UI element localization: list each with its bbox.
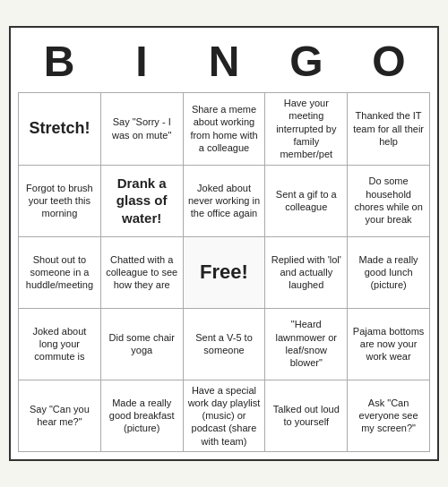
bingo-cell-0[interactable]: Stretch! [19,93,101,165]
bingo-cell-24[interactable]: Ask "Can everyone see my screen?" [348,380,430,452]
bingo-card: BINGO Stretch!Say "Sorry - I was on mute… [9,26,439,461]
bingo-cell-4[interactable]: Thanked the IT team for all their help [348,93,430,165]
bingo-cell-14[interactable]: Made a really good lunch (picture) [348,237,430,309]
bingo-cell-6[interactable]: Drank a glass of water! [101,166,184,237]
bingo-letter-i: I [106,40,177,83]
bingo-cell-8[interactable]: Sent a gif to a colleague [265,166,348,237]
bingo-cell-11[interactable]: Chatted with a colleague to see how they… [101,237,184,309]
bingo-letter-n: N [188,40,260,83]
bingo-cell-12[interactable]: Free! [184,237,266,309]
bingo-cell-22[interactable]: Have a special work day playlist (music)… [184,380,266,452]
bingo-cell-7[interactable]: Joked about never working in the office … [184,166,266,237]
bingo-letter-g: G [271,40,342,83]
bingo-cell-1[interactable]: Say "Sorry - I was on mute" [101,93,184,165]
bingo-cell-19[interactable]: Pajama bottoms are now your work wear [348,309,430,380]
bingo-cell-2[interactable]: Share a meme about working from home wit… [184,93,266,165]
bingo-grid: Stretch!Say "Sorry - I was on mute"Share… [18,92,430,452]
bingo-letter-b: B [23,40,95,83]
bingo-cell-23[interactable]: Talked out loud to yourself [265,380,348,452]
bingo-header: BINGO [18,35,430,92]
bingo-letter-o: O [353,40,425,83]
bingo-cell-3[interactable]: Have your meeting interrupted by family … [265,93,348,165]
bingo-cell-5[interactable]: Forgot to brush your teeth this morning [19,166,101,237]
bingo-cell-10[interactable]: Shout out to someone in a huddle/meeting [19,237,101,309]
bingo-cell-15[interactable]: Joked about long your commute is [19,309,101,380]
bingo-cell-17[interactable]: Sent a V-5 to someone [184,309,266,380]
bingo-cell-16[interactable]: Did some chair yoga [101,309,184,380]
bingo-cell-9[interactable]: Do some household chores while on your b… [348,166,430,237]
bingo-cell-18[interactable]: "Heard lawnmower or leaf/snow blower" [265,309,348,380]
bingo-cell-13[interactable]: Replied with 'lol' and actually laughed [265,237,348,309]
bingo-cell-21[interactable]: Made a really good breakfast (picture) [101,380,184,452]
bingo-cell-20[interactable]: Say "Can you hear me?" [19,380,101,452]
